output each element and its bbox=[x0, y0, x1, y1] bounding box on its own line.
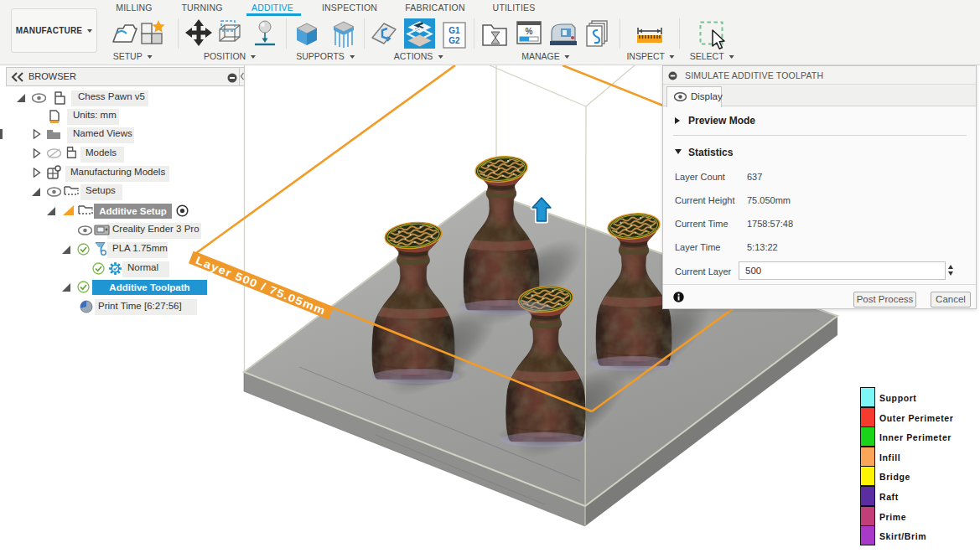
svg-text:G1: G1 bbox=[449, 26, 460, 35]
svg-text:%: % bbox=[526, 27, 533, 36]
svg-text:G2: G2 bbox=[449, 36, 460, 45]
